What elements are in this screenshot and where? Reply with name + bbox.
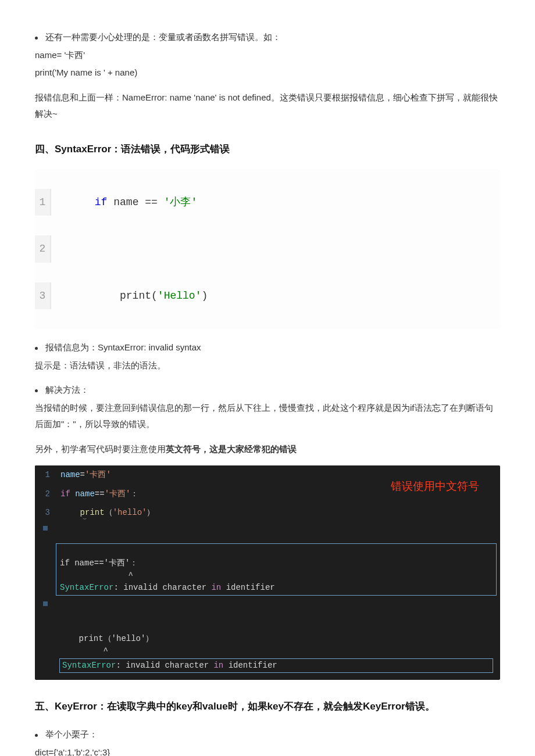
code-text: ) bbox=[201, 290, 208, 302]
paren: ） bbox=[147, 508, 155, 517]
intro-note: 报错信息和上面一样：NameError: name 'nane' is not … bbox=[35, 89, 500, 123]
code-block-dark: 1 name='卡西' 2 if name=='卡西'： 3 print（'he… bbox=[35, 465, 500, 680]
line-number: 1 bbox=[35, 465, 56, 485]
code-row-2: 2 bbox=[35, 235, 500, 262]
squiggle-icon: ⌣ bbox=[83, 513, 87, 525]
sec4-list-2: 解决方法： bbox=[35, 382, 500, 399]
intro-bullet: 还有一种需要小心处理的是：变量或者函数名拼写错误。如： bbox=[35, 29, 500, 46]
sec4-p2: 当报错的时候，要注意回到错误信息的那一行，然后从下往上，慢慢查找，此处这个程序就… bbox=[35, 400, 500, 433]
intro-code-2: print('My name is ' + nane) bbox=[35, 65, 500, 81]
error-output-2: print（'hello'） ^ SyntaxError: invalid ch… bbox=[56, 619, 497, 674]
intro-code-1: name= '卡西' bbox=[35, 47, 500, 64]
sec5-code-1: dict={'a':1,'b':2,'c':3} bbox=[35, 744, 500, 756]
section-4-title: 四、SyntaxError：语法错误，代码形式错误 bbox=[35, 140, 500, 159]
var-name: name bbox=[60, 470, 80, 479]
code-text: print( bbox=[95, 290, 158, 302]
code-row-3: 3 print('Hello') bbox=[35, 263, 500, 329]
sec5-bullet-1: 举个小栗子： bbox=[35, 726, 500, 743]
sec4-p3-a: 另外，初学者写代码时要注意使用 bbox=[35, 444, 166, 454]
dark-blank-2 bbox=[35, 598, 500, 617]
keyword-in: in bbox=[213, 661, 223, 670]
string-literal: '卡西' bbox=[105, 489, 131, 499]
sec5-list-1: 举个小栗子： bbox=[35, 726, 500, 743]
line-number: 3 bbox=[35, 282, 51, 309]
dark-row-3: 3 print（'hello'）⌣ bbox=[35, 503, 500, 522]
code-text bbox=[51, 245, 63, 252]
string-literal: 'hello' bbox=[113, 508, 147, 517]
string-literal: '小李' bbox=[164, 196, 198, 208]
error-output-1: if name=='卡西'： ^ SyntaxError: invalid ch… bbox=[56, 543, 497, 596]
intro-list: 还有一种需要小心处理的是：变量或者函数名拼写错误。如： bbox=[35, 29, 500, 46]
out-line: if name=='卡西'： bbox=[60, 558, 138, 568]
sec4-p1: 提示是：语法错误，非法的语法。 bbox=[35, 357, 500, 374]
sec4-bullet-1: 报错信息为：SyntaxError: invalid syntax bbox=[35, 339, 500, 356]
line-number: 2 bbox=[35, 235, 51, 262]
string-literal: 'Hello' bbox=[158, 290, 202, 302]
line-number: 2 bbox=[35, 485, 56, 504]
var-name: name bbox=[70, 489, 95, 499]
sec4-list-1: 报错信息为：SyntaxError: invalid syntax bbox=[35, 339, 500, 356]
gutter-marker-icon bbox=[43, 526, 48, 531]
sec4-bullet-2: 解决方法： bbox=[35, 382, 500, 399]
section-5-title: 五、KeyError：在读取字典中的key和value时，如果key不存在，就会… bbox=[35, 697, 500, 716]
out-caret: ^ bbox=[59, 646, 108, 655]
colon: ： bbox=[130, 489, 138, 499]
error-text: : invalid character bbox=[113, 583, 211, 592]
indent bbox=[60, 508, 80, 517]
out-line: print（'hello'） bbox=[59, 634, 154, 643]
line-number: 1 bbox=[35, 189, 51, 216]
error-text: identifier bbox=[223, 661, 277, 670]
sec4-p3-b: 英文符号，这是大家经常犯的错误 bbox=[166, 444, 297, 454]
dark-blank-1 bbox=[35, 522, 500, 542]
annotation-red: 错误使用中文符号 bbox=[391, 476, 479, 497]
line-number: 3 bbox=[35, 503, 56, 522]
paren: （ bbox=[105, 508, 113, 517]
code-text: name == bbox=[107, 196, 163, 208]
string-literal: '卡西' bbox=[85, 470, 111, 479]
code-row-1: 1 if name == '小李' bbox=[35, 169, 500, 236]
keyword-if: if bbox=[95, 196, 108, 208]
error-name: SyntaxError bbox=[60, 583, 113, 592]
operator: = bbox=[80, 470, 85, 479]
error-name: SyntaxError bbox=[62, 661, 116, 670]
gutter-marker-icon bbox=[43, 601, 48, 606]
sec4-p3: 另外，初学者写代码时要注意使用英文符号，这是大家经常犯的错误 bbox=[35, 441, 500, 458]
error-text: identifier bbox=[221, 583, 274, 592]
keyword-in: in bbox=[211, 583, 221, 592]
operator: == bbox=[95, 489, 105, 499]
code-block-light: 1 if name == '小李' 2 3 print('Hello') bbox=[35, 169, 500, 329]
out-caret: ^ bbox=[60, 571, 133, 580]
keyword-if: if bbox=[60, 489, 70, 499]
error-text: : invalid character bbox=[116, 661, 213, 670]
